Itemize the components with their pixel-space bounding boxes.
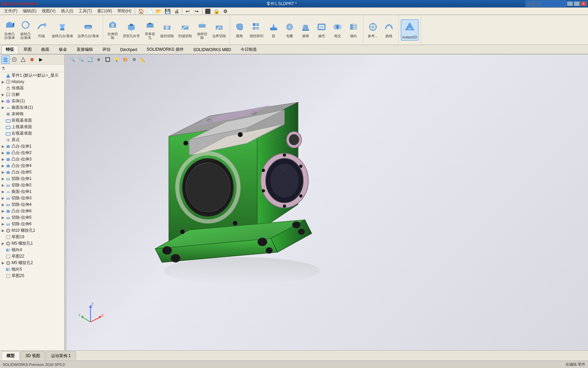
draft-button[interactable]: 拔模 [298,21,313,39]
config-manager-button[interactable] [19,56,27,64]
extrude-boss-button[interactable]: 拉伸凸台/基体 [2,19,17,41]
m5-1-expand[interactable]: ▶ [1,241,5,246]
tree-item-boss4[interactable]: ▶ 凸台-拉伸4 [0,163,64,169]
sensor-expand[interactable] [1,86,5,91]
curve-button[interactable]: 曲线 [381,21,396,39]
toolbar-undo[interactable]: ↩ [184,7,192,15]
menu-tools[interactable]: 工具(T) [76,7,95,15]
toolbar-home[interactable]: 🏠 [137,7,145,15]
tree-item-m5-2[interactable]: ▶ M5 螺纹孔2 [0,260,64,266]
tree-item-m10[interactable]: ▶ M10 螺纹孔1 [0,227,64,234]
boundary-cut-button[interactable]: 边界切除 [211,21,228,39]
tree-item-cut4[interactable]: ▶ 切除-拉伸4 [0,201,64,208]
tab-feature[interactable]: 特征 [1,45,18,54]
more-button[interactable]: ▶ [37,56,45,64]
tree-item-annotation[interactable]: ▶ 注解 [0,91,64,98]
toolbar-redo[interactable]: ↪ [193,7,201,15]
boundary-boss-button[interactable]: 边界凸台/基体 [76,21,101,39]
sketch25-expand[interactable] [1,274,5,278]
origin-expand[interactable] [1,138,5,142]
simple-hole-button[interactable]: 简单直孔 [143,19,158,41]
boss1-expand[interactable]: ▶ [1,144,5,149]
maximize-button[interactable]: □ [574,1,580,6]
view-fit-button[interactable]: ⊕ [95,56,103,64]
surf1-expand[interactable]: ▶ [1,189,5,194]
tree-item-sketch19[interactable]: 草图19 [0,234,64,240]
view-settings-button[interactable]: ⚙ [130,56,138,64]
minimize-button[interactable]: − [567,1,573,6]
tree-item-solid[interactable]: ▶ 实体(1) [0,98,64,104]
boss3-expand[interactable]: ▶ [1,157,5,162]
tab-today-mfg[interactable]: 今日制造 [236,45,261,54]
front-expand[interactable] [1,118,5,123]
tree-item-front[interactable]: 前视基准面 [0,117,64,124]
tree-item-cut6[interactable]: ▶ 切除-拉伸6 [0,221,64,227]
bottom-tab-3d[interactable]: 3D 视图 [20,351,45,360]
appearance-button[interactable] [28,56,36,64]
boss4-expand[interactable]: ▶ [1,164,5,168]
toolbar-print[interactable]: 🖨 [173,7,181,15]
loft-boss-button[interactable]: 放样凸台/基体 [50,21,75,39]
tab-sw-mbd[interactable]: SOLIDWORKS MBD [189,46,235,53]
root-expand[interactable] [1,73,5,78]
mirror-button[interactable]: 镜向 [346,21,361,39]
tab-sheetmetal[interactable]: 钣金 [54,45,71,54]
boss2-expand[interactable]: ▶ [1,151,5,155]
material-expand[interactable] [1,112,5,117]
cut3-expand[interactable]: ▶ [1,196,5,201]
sketch19-expand[interactable] [1,235,5,240]
sketch22-expand[interactable] [1,254,5,259]
top-expand[interactable] [1,125,5,129]
revolve-cut-button[interactable]: 旋转切除 [159,21,176,39]
tree-item-cut2[interactable]: ▶ 切除-拉伸2 [0,182,64,188]
property-manager-button[interactable]: P [10,56,18,64]
bottom-tab-model[interactable]: 模型 [1,351,20,360]
tree-item-history[interactable]: ▶ History [0,79,64,85]
boss6-expand[interactable]: ▶ [1,209,5,214]
menu-file[interactable]: 文件(F) [1,7,20,15]
view-lighting-button[interactable]: 💡 [112,56,120,64]
toolbar-settings[interactable]: ⚙ [222,7,230,15]
tree-item-sketch25[interactable]: 草图25 [0,273,64,279]
mirror5-expand[interactable] [1,267,5,272]
tree-item-top[interactable]: 上视基准面 [0,124,64,130]
feature-manager-button[interactable] [1,56,10,64]
tree-item-cut3[interactable]: ▶ 切除-拉伸3 [0,195,64,201]
loft-cut-button[interactable]: 放样切除 [195,19,210,41]
menu-help[interactable]: 帮助(H) [115,7,134,15]
tree-item-cut1[interactable]: ▶ 切除-拉伸1 [0,175,64,182]
tree-item-sensor[interactable]: 传感器 [0,85,64,91]
tree-item-sketch22[interactable]: 草图22 [0,253,64,260]
tree-item-mirror4[interactable]: 镜向4 [0,247,64,253]
tab-dimxpert[interactable]: DimXpert [116,46,142,53]
tree-item-surf1[interactable]: ▶ 曲面-拉伸1 [0,188,64,195]
toolbar-save[interactable]: 💾 [164,7,172,15]
toolbar-new[interactable]: 📄 [146,7,154,15]
revolve-boss-button[interactable]: 旋转凸台/基体 [18,19,33,41]
solid-expand[interactable]: ▶ [1,99,5,104]
view-zoom-button[interactable]: 🔍 [68,56,76,64]
view-rotate-button[interactable]: 🔄 [86,56,94,64]
tab-sketch[interactable]: 草图 [19,45,36,54]
menu-window[interactable]: 窗口(W) [95,7,115,15]
tree-item-mirror5[interactable]: 镜向5 [0,266,64,273]
sweep-cut-button[interactable]: 扫描切制 [177,21,194,39]
tree-item-surface[interactable]: ▶ 曲面实体(1) [0,104,64,111]
tab-evaluate[interactable]: 评估 [98,45,115,54]
extrude-cut-button[interactable]: 拉伸切除 [105,19,120,41]
reference-button[interactable]: 参考... [365,21,380,39]
boss5-expand[interactable]: ▶ [1,170,5,175]
close-button[interactable]: ✕ [581,1,587,6]
cut1-expand[interactable]: ▶ [1,177,5,181]
menu-view[interactable]: 视图(V) [39,7,58,15]
viewport[interactable]: 🔍 🔍 🔄 ⊕ 🔲 💡 🎨 ⚙ 📐 [67,55,588,350]
cut6-expand[interactable]: ▶ [1,222,5,227]
wrap-button[interactable]: A 包覆 [282,21,297,39]
m5-2-expand[interactable]: ▶ [1,261,5,265]
fillet-button[interactable]: 圆角 [232,21,247,39]
tab-direct-edit[interactable]: 直接编辑 [72,45,97,54]
tab-surface[interactable]: 曲面 [37,45,54,54]
cut4-expand[interactable]: ▶ [1,202,5,207]
search-input[interactable] [525,1,566,7]
intersect-button[interactable]: 相交 [330,21,345,39]
